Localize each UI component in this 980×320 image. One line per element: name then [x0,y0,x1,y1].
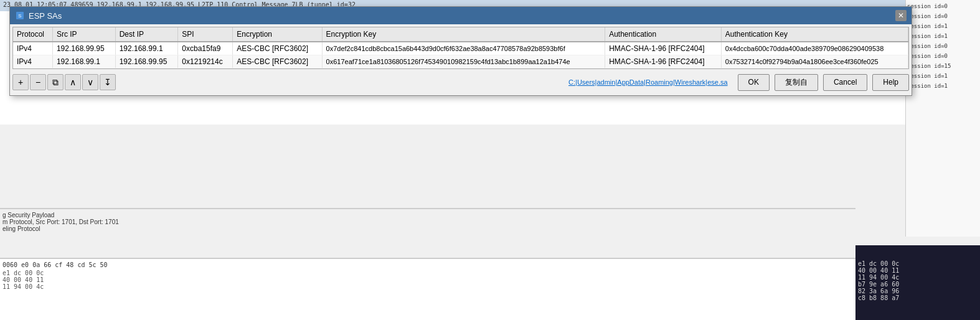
hex-dump-area: 0060 e0 0a 66 cf 48 cd 5c 50 e1 dc 00 0c… [0,258,855,320]
cancel-button[interactable]: Cancel [823,74,867,91]
col-src-ip: Src IP [52,27,115,42]
dialog-titlebar: S ESP SAs ✕ [10,7,912,24]
cell-protocol-1: IPv4 [13,42,52,55]
hex-right-panel: e1 dc 00 0c 40 00 40 11 11 94 00 4c b7 9… [855,258,980,320]
move-up-button[interactable]: ∧ [65,74,81,90]
action-buttons: OK 复制自 Cancel Help [738,74,909,91]
bottom-right-area: C:|Users|admin|AppData|Roaming|Wireshark… [568,74,909,91]
dialog-body: Protocol Src IP Dest IP SPI Encryption E… [10,24,912,95]
copy-entry-button[interactable]: ⧉ [47,74,64,90]
help-button[interactable]: Help [872,74,909,91]
cell-auth-key-2: 0x7532714c0f92794b9a04a1806ee3ce4f360fe0… [721,55,908,68]
cell-encryption-key-1: 0x7def2c841cdb8cbca15a6b443d9d0cf6f632ae… [322,42,605,55]
cell-auth-2: HMAC-SHA-1-96 [RFC2404] [605,55,722,68]
col-protocol: Protocol [13,27,52,42]
col-authentication: Authentication [605,27,722,42]
remove-button[interactable]: − [30,74,46,90]
table-row[interactable]: IPv4 192.168.99.95 192.168.99.1 0xcba15f… [13,42,908,55]
cell-encryption-2: AES-CBC [RFC3602] [233,55,322,68]
copy-from-button[interactable]: 复制自 [775,74,818,91]
col-encryption: Encryption [233,27,322,42]
move-down-button[interactable]: ∨ [82,74,98,90]
cell-src-ip-1: 192.168.99.95 [52,42,115,55]
cell-dest-ip-2: 192.168.99.95 [115,55,178,68]
cell-dest-ip-1: 192.168.99.1 [115,42,178,55]
right-session-panel: session id=0 session id=0 session id=1 s… [905,0,980,237]
table-header-row: Protocol Src IP Dest IP SPI Encryption E… [13,27,908,42]
cell-spi-2: 0x1219214c [178,55,233,68]
svg-text:S: S [18,13,21,19]
ok-button[interactable]: OK [738,74,770,91]
file-path-link[interactable]: C:|Users|admin|AppData|Roaming|Wireshark… [568,78,728,86]
cell-auth-1: HMAC-SHA-1-96 [RFC2404] [605,42,722,55]
cell-spi-1: 0xcba15fa9 [178,42,233,55]
cell-protocol-2: IPv4 [13,55,52,68]
esp-table: Protocol Src IP Dest IP SPI Encryption E… [13,27,908,68]
dialog-title: ESP SAs [29,11,62,21]
toolbar: + − ⧉ ∧ ∨ ↧ [12,73,116,92]
cell-encryption-1: AES-CBC [RFC3602] [233,42,322,55]
packet-detail-area: g Security Payload m Protocol, Src Port:… [0,208,855,258]
cell-auth-key-1: 0x4dccba600c70dda400ade389709e0862904095… [721,42,908,55]
col-spi: SPI [178,27,233,42]
col-authentication-key: Authentication Key [721,27,908,42]
add-button[interactable]: + [12,74,29,90]
esp-table-container[interactable]: Protocol Src IP Dest IP SPI Encryption E… [12,27,909,69]
cell-encryption-key-2: 0x617eaf71ce1a81036805126f74534901098215… [322,55,605,68]
table-body: IPv4 192.168.99.95 192.168.99.1 0xcba15f… [13,42,908,68]
close-button[interactable]: ✕ [895,10,907,21]
import-button[interactable]: ↧ [100,74,116,90]
col-dest-ip: Dest IP [115,27,178,42]
cell-src-ip-2: 192.168.99.1 [52,55,115,68]
table-row[interactable]: IPv4 192.168.99.1 192.168.99.95 0x121921… [13,55,908,68]
dialog-icon: S [15,11,25,21]
esp-sas-dialog: S ESP SAs ✕ Protocol Src IP Dest IP SPI … [9,6,912,96]
col-encryption-key: Encryption Key [322,27,605,42]
